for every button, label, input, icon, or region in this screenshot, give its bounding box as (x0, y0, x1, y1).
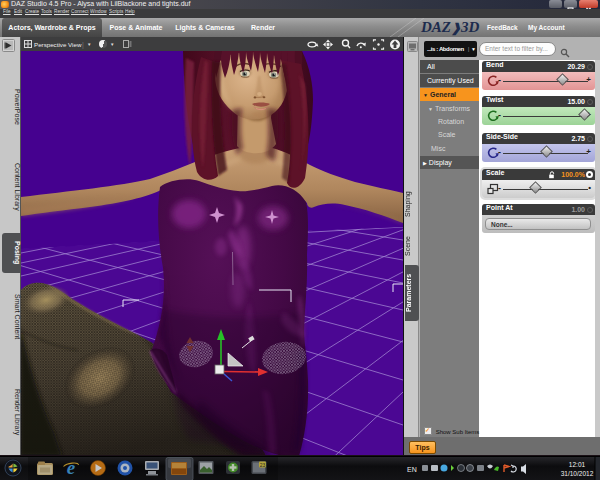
svg-text:EN: EN (407, 466, 417, 473)
svg-text:31/10/2012: 31/10/2012 (561, 470, 594, 477)
svg-text:12:01: 12:01 (569, 461, 586, 468)
